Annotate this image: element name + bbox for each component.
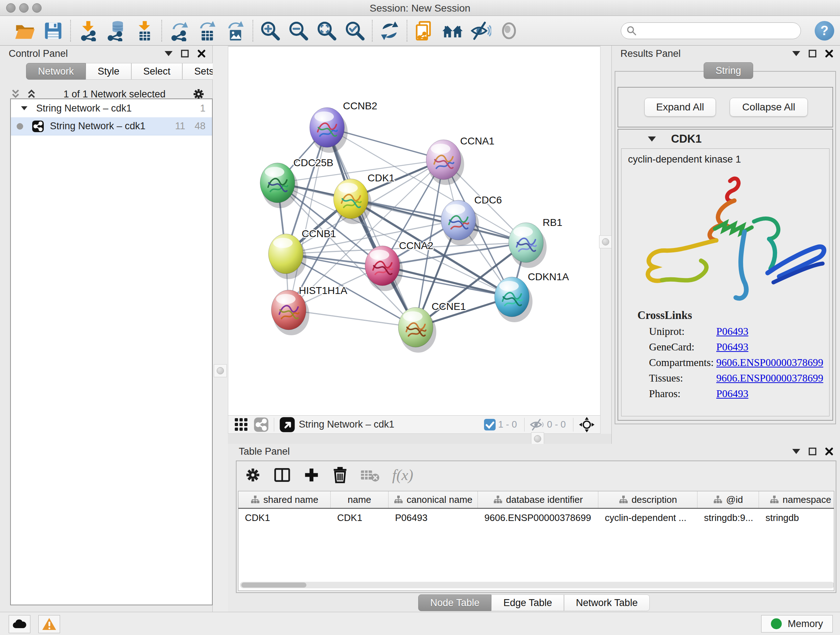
table-cell[interactable]: CDK1 [238, 509, 331, 527]
column-header-@id[interactable]: @id [698, 491, 759, 508]
network-node-CCNB2[interactable] [309, 108, 347, 153]
close-panel-icon[interactable] [825, 447, 834, 456]
network-node-CCNA1[interactable] [426, 140, 464, 185]
section-expander-icon[interactable] [648, 136, 656, 141]
tab-string[interactable]: String [704, 62, 753, 79]
panel-menu-icon[interactable] [792, 449, 800, 454]
zoom-out-button[interactable] [284, 18, 313, 43]
network-node-CCNA2[interactable] [365, 246, 403, 291]
column-header-name[interactable]: name [331, 491, 388, 508]
clone-network-button[interactable] [410, 18, 439, 43]
collapse-all-tree-icon[interactable] [26, 89, 37, 100]
table-cell[interactable]: P06493 [388, 509, 478, 527]
crosslink-link[interactable]: P06493 [716, 341, 748, 353]
network-edge-CCNB2-CCNE1[interactable] [327, 127, 416, 327]
save-session-button[interactable] [39, 18, 67, 43]
network-row[interactable]: String Network – cdk1 11 48 [11, 117, 212, 135]
panel-menu-icon[interactable] [164, 51, 172, 56]
network-view-icon[interactable] [254, 417, 269, 432]
grid-view-icon[interactable] [234, 417, 248, 432]
tab-select[interactable]: Select [131, 63, 182, 80]
network-node-CDKN1A[interactable] [494, 277, 532, 322]
horizontal-scrollbar[interactable] [240, 582, 834, 588]
export-table-button[interactable] [193, 18, 221, 43]
network-view-toolbar: String Network – cdk1 1 - 0 0 - 0 [228, 416, 600, 434]
crosslink-link[interactable]: 9606.ENSP00000378699 [716, 372, 823, 384]
show-all-button[interactable] [495, 18, 523, 43]
table-row[interactable]: CDK1CDK1P064939606.ENSP00000378699cyclin… [238, 509, 834, 527]
network-node-CDC25B[interactable] [260, 163, 298, 208]
tab-node-table[interactable]: Node Table [418, 594, 491, 611]
tree-expander-icon[interactable] [21, 106, 27, 110]
scrollbar-thumb[interactable] [241, 583, 306, 587]
column-header-database-identifier[interactable]: database identifier [478, 491, 598, 508]
network-node-CCNE1[interactable] [398, 307, 436, 353]
column-header-description[interactable]: description [598, 491, 698, 508]
hide-selected-button[interactable] [467, 18, 495, 43]
tab-network-table[interactable]: Network Table [564, 594, 650, 611]
table-settings-gear-icon[interactable] [245, 467, 261, 483]
table-cell[interactable]: stringdb [759, 509, 834, 527]
panel-menu-icon[interactable] [792, 51, 800, 56]
float-panel-icon[interactable] [180, 49, 189, 58]
add-column-icon[interactable] [303, 467, 320, 483]
network-node-RB1[interactable] [508, 223, 546, 268]
crosslink-link[interactable]: 9606.ENSP00000378699 [716, 356, 823, 369]
fit-content-button[interactable] [313, 18, 341, 43]
close-panel-icon[interactable] [825, 49, 834, 58]
refresh-layout-button[interactable] [376, 18, 404, 43]
close-panel-icon[interactable] [197, 49, 206, 58]
selected-checkbox-icon[interactable] [484, 418, 496, 431]
splitter-handle[interactable] [599, 235, 612, 249]
zoom-selected-button[interactable] [341, 18, 369, 43]
table-cell[interactable]: 9606.ENSP00000378699 [478, 509, 598, 527]
splitter-handle[interactable] [214, 364, 227, 377]
hidden-eye-icon [530, 418, 545, 431]
search-input[interactable] [637, 25, 789, 36]
table-cell[interactable]: CDK1 [331, 509, 388, 527]
column-header-shared-name[interactable]: shared name [238, 491, 331, 508]
tab-network[interactable]: Network [26, 63, 86, 80]
first-neighbors-button[interactable] [439, 18, 467, 43]
birds-eye-view-icon[interactable] [578, 416, 595, 433]
right-splitter[interactable] [600, 46, 611, 434]
tab-style[interactable]: Style [86, 63, 131, 80]
table-cell[interactable]: stringdb:9... [698, 509, 759, 527]
import-network-database-button[interactable] [102, 18, 130, 43]
network-collection-row[interactable]: String Network – cdk1 1 [11, 99, 212, 117]
table-cell[interactable]: cyclin-dependent ... [598, 509, 698, 527]
float-panel-icon[interactable] [808, 447, 817, 456]
show-columns-icon[interactable] [273, 466, 291, 484]
network-node-HIST1H1A[interactable] [271, 290, 309, 335]
expand-all-tree-icon[interactable] [10, 89, 21, 100]
crosslink-link[interactable]: P06493 [716, 325, 748, 337]
float-panel-icon[interactable] [808, 49, 817, 58]
expand-all-button[interactable]: Expand All [644, 98, 716, 117]
collapse-all-button[interactable]: Collapse All [729, 98, 808, 117]
network-canvas[interactable]: CCNB2CCNA1CDC25BCDK1CDC6RB1CCNB1CCNA2CDK… [228, 46, 600, 416]
delete-column-trash-icon[interactable] [332, 466, 348, 484]
column-header-canonical-name[interactable]: canonical name [388, 491, 478, 508]
export-image-button[interactable] [221, 18, 249, 43]
import-network-file-button[interactable] [74, 18, 102, 43]
network-edge-CCNB2-HIST1H1A[interactable] [289, 127, 327, 310]
splitter-handle[interactable] [531, 432, 544, 445]
network-node-CDC6[interactable] [441, 200, 479, 245]
open-in-window-icon[interactable] [279, 417, 295, 432]
export-network-button[interactable] [165, 18, 193, 43]
zoom-in-button[interactable] [256, 18, 284, 43]
open-session-button[interactable] [11, 18, 39, 43]
memory-label: Memory [788, 618, 823, 630]
memory-button[interactable]: Memory [761, 615, 833, 632]
left-splitter[interactable] [213, 46, 228, 612]
help-button[interactable]: ? [815, 21, 834, 41]
cloud-status-button[interactable] [9, 615, 30, 633]
delete-table-icon[interactable] [360, 468, 380, 482]
warnings-button[interactable] [38, 615, 60, 633]
crosslink-link[interactable]: P06493 [716, 388, 748, 400]
gene-header[interactable]: CDK1 [618, 130, 832, 149]
tab-edge-table[interactable]: Edge Table [491, 594, 564, 611]
network-node-CDK1[interactable] [333, 179, 371, 224]
column-header-namespace[interactable]: namespace [759, 491, 834, 508]
import-table-file-button[interactable] [130, 18, 158, 43]
